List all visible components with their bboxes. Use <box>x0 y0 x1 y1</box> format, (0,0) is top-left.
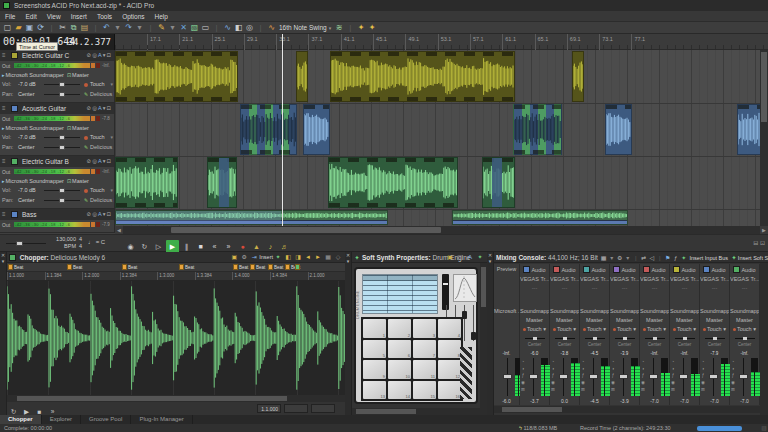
solo-button[interactable]: ⊞ <box>551 386 555 393</box>
track-name[interactable]: Electric Guitar B <box>22 156 69 167</box>
insert-bus-icon[interactable]: ✦ <box>680 253 688 264</box>
dock-tab[interactable]: Plug-In Manager <box>131 415 192 424</box>
mixer-h-scrollbar[interactable] <box>494 406 760 413</box>
scroll-right-arrow[interactable]: ▶ <box>760 226 768 234</box>
dropdown-caret[interactable]: ▾ <box>110 133 113 142</box>
drum-pad[interactable]: 6 <box>388 340 411 359</box>
fx-button[interactable]: ⊡ <box>106 211 112 217</box>
mute-button[interactable]: ◉ <box>581 379 585 386</box>
fader-cap[interactable] <box>649 374 658 379</box>
strip-bus[interactable]: Master <box>700 317 729 323</box>
dropdown-caret[interactable]: ▾ <box>134 22 145 34</box>
erase-tool-icon[interactable]: ✕ <box>178 22 189 34</box>
shift-right-icon[interactable]: ► <box>313 252 323 263</box>
pan-value[interactable]: Center <box>18 143 35 152</box>
insert-soft-synth-button[interactable]: Insert Soft Synth... <box>738 255 768 261</box>
soft-synth-icon[interactable]: ✦ <box>367 22 378 34</box>
menu-item[interactable]: View <box>42 11 66 22</box>
menu-item[interactable]: Options <box>117 11 149 22</box>
selection-start-box[interactable]: 1.1.000 <box>257 404 281 413</box>
menu-item[interactable]: Insert <box>66 11 92 22</box>
dim-output-icon[interactable]: ◁ <box>648 253 656 264</box>
envelope-tool-icon[interactable]: ∿ <box>222 22 233 34</box>
link-icon[interactable]: ✦ <box>273 252 283 263</box>
beat-marker[interactable]: Beat <box>233 264 248 271</box>
strip-device[interactable]: Soundmapper <box>550 308 579 314</box>
fx-button[interactable]: ƒ <box>611 372 615 379</box>
separator[interactable]: | <box>211 22 222 34</box>
automation-mode[interactable]: Touch <box>90 186 105 195</box>
strip-bus[interactable]: Master <box>640 317 669 323</box>
track-menu-icon[interactable]: ≡ <box>2 103 6 114</box>
timeline-window-buttons[interactable]: ⊟ ⊡ <box>753 239 765 246</box>
strip-bus[interactable]: Master <box>520 317 549 323</box>
dropdown-caret[interactable]: ▾ <box>167 22 178 34</box>
beat-marker[interactable]: Beat <box>268 264 283 271</box>
track-menu-icon[interactable]: ≡ <box>2 50 6 61</box>
pan-value[interactable]: Center <box>18 90 35 99</box>
automation-mode[interactable]: Touch ▾ <box>640 326 669 332</box>
zoom-tool-icon[interactable]: ◎ <box>244 22 255 34</box>
beat-marker[interactable]: Beat <box>250 264 265 271</box>
fx-preset[interactable]: Delicious ... <box>90 143 114 152</box>
open-file-icon[interactable]: ▰ <box>13 22 24 34</box>
downmix-icon[interactable]: ⇄ <box>640 253 648 264</box>
dropdown-caret[interactable]: ▾ <box>110 186 113 195</box>
separator[interactable]: | <box>656 253 664 264</box>
track-device-row[interactable]: ▸Microsoft Soundmapper⊡Master <box>0 177 114 185</box>
track-name[interactable]: Acoustic Guitar <box>22 103 66 114</box>
solo-button[interactable]: ⊞ <box>581 386 585 393</box>
drum-pad[interactable]: 12 <box>438 360 461 379</box>
audio-clip[interactable] <box>115 210 388 225</box>
solo-button[interactable]: ⊞ <box>701 386 705 393</box>
fx-icon[interactable]: ƒ <box>672 253 680 264</box>
mute-button[interactable]: ◉ <box>641 379 645 386</box>
drum-pad[interactable]: 14 <box>388 381 411 400</box>
drum-pad[interactable]: 7 <box>413 340 436 359</box>
plugin-icon[interactable]: ✦ <box>356 22 367 34</box>
device-name[interactable]: Microsoft Soundmapper <box>6 125 64 131</box>
slider-thumb[interactable] <box>59 145 65 150</box>
separator[interactable]: | <box>46 22 57 34</box>
channel-fx-slot[interactable]: --- <box>670 285 699 291</box>
audio-clip[interactable] <box>115 51 238 102</box>
scrollbar-thumb[interactable] <box>761 52 767 122</box>
synth-v-scrollbar[interactable] <box>480 263 487 415</box>
redo-icon[interactable]: ↷ <box>123 22 134 34</box>
phase-button[interactable]: ◔ <box>521 358 525 365</box>
preset-icon[interactable]: ▣ <box>445 252 455 263</box>
channel-track-ref[interactable]: VEGAS Tr... <box>670 276 699 282</box>
project-key[interactable]: ♩ = C <box>88 239 105 245</box>
drum-pad[interactable]: 8 <box>438 340 461 359</box>
separator[interactable]: | <box>632 253 640 264</box>
timeline-area[interactable] <box>115 50 768 226</box>
insert-soft-synth-icon[interactable]: ✦ <box>730 252 738 263</box>
fx-button[interactable]: ƒ <box>521 372 525 379</box>
channel-fx-slot[interactable]: --- <box>700 285 729 291</box>
fader-cap[interactable] <box>471 332 476 340</box>
fader-cap[interactable] <box>709 374 718 379</box>
dropdown-caret[interactable]: ▾ <box>112 22 123 34</box>
chopper-ruler[interactable]: 1.1.0001.1.3841.2.0001.2.3841.3.0001.3.3… <box>7 272 345 281</box>
fader-cap[interactable] <box>529 374 538 379</box>
selection-end-box[interactable] <box>311 404 335 413</box>
eq-button[interactable]: ◑ <box>551 365 555 372</box>
eq-button[interactable]: ◑ <box>671 365 675 372</box>
envelope-curve[interactable] <box>453 274 477 302</box>
channel-track-ref[interactable]: VEGAS Tr... <box>580 276 609 282</box>
fx-button[interactable]: ƒ <box>731 372 735 379</box>
fader-cap[interactable] <box>503 374 512 379</box>
fader-cap[interactable] <box>559 374 568 379</box>
drum-pad[interactable]: 10 <box>388 360 411 379</box>
beat-marker[interactable]: Beat <box>122 264 137 271</box>
channel-fx-slot[interactable]: --- <box>730 285 759 291</box>
new-file-icon[interactable]: ▢ <box>2 22 13 34</box>
audio-clip[interactable] <box>452 210 628 225</box>
eq-button[interactable]: ◑ <box>731 365 735 372</box>
mixer-header[interactable]: Mixing Console: 44,100 Hz; 16 Bit ▦▾⚙▾|⇄… <box>494 252 768 263</box>
mute-button[interactable]: ◉ <box>611 379 615 386</box>
menu-item[interactable]: File <box>0 11 20 22</box>
automation-mode[interactable]: Touch ▾ <box>670 326 699 332</box>
fx-button[interactable]: ƒ <box>551 372 555 379</box>
grid-icon[interactable]: ▦ <box>323 252 333 263</box>
